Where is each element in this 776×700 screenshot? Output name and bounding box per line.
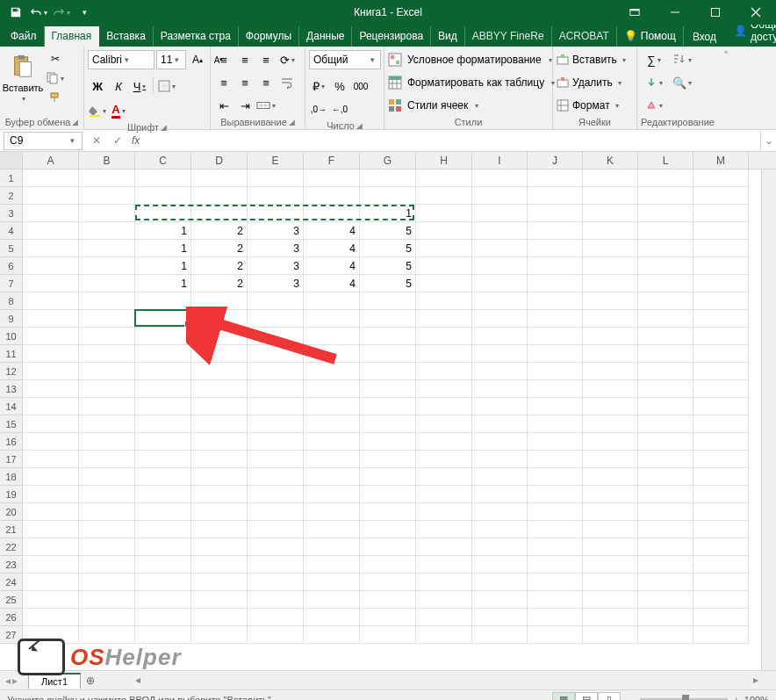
cell[interactable]	[528, 415, 583, 433]
col-header-F[interactable]: F	[304, 152, 360, 169]
cell[interactable]	[638, 222, 693, 240]
row-header[interactable]: 9	[0, 310, 23, 328]
cell[interactable]	[23, 275, 79, 292]
cell[interactable]	[248, 398, 304, 415]
ribbon-options-icon[interactable]	[614, 0, 655, 25]
cell[interactable]	[360, 363, 416, 380]
cell[interactable]	[304, 503, 360, 521]
find-icon[interactable]: 🔍▾	[669, 73, 695, 92]
cell[interactable]	[693, 187, 749, 205]
row-header[interactable]: 20	[0, 503, 23, 521]
cell[interactable]	[528, 609, 583, 626]
page-break-view-icon[interactable]: ▯	[598, 692, 621, 701]
cell[interactable]	[416, 451, 472, 468]
cell[interactable]	[304, 486, 360, 503]
row-header[interactable]: 3	[0, 205, 23, 222]
col-header-G[interactable]: G	[360, 152, 416, 169]
cell[interactable]	[583, 292, 638, 310]
cell[interactable]	[135, 345, 191, 363]
cell[interactable]	[248, 433, 304, 451]
cell[interactable]	[135, 398, 191, 415]
cell[interactable]	[583, 363, 638, 380]
cell[interactable]	[79, 292, 135, 310]
cell[interactable]	[79, 363, 135, 380]
sort-filter-icon[interactable]: ▾	[669, 50, 695, 69]
cell[interactable]	[248, 468, 304, 486]
horizontal-scrollbar[interactable]: ◂▸	[135, 673, 758, 688]
tell-me[interactable]: 💡Помощ	[617, 26, 684, 47]
cell[interactable]	[135, 363, 191, 380]
underline-button[interactable]: Ч▾	[130, 76, 149, 96]
cell[interactable]	[528, 503, 583, 521]
cell[interactable]: 1	[135, 240, 191, 257]
tab-home[interactable]: Главная	[45, 26, 100, 47]
row-header[interactable]: 21	[0, 521, 23, 538]
cell[interactable]	[360, 345, 416, 363]
cell[interactable]	[472, 451, 528, 468]
cell[interactable]	[528, 205, 583, 222]
cell[interactable]: 3	[248, 257, 304, 275]
cell[interactable]	[638, 574, 693, 591]
align-right-icon[interactable]: ≡	[256, 73, 276, 92]
cell[interactable]	[304, 574, 360, 591]
scroll-first-icon[interactable]: ◂	[5, 675, 11, 687]
cell[interactable]	[416, 591, 472, 609]
col-header-B[interactable]: B	[79, 152, 135, 169]
cell[interactable]	[360, 626, 416, 644]
row-header[interactable]: 24	[0, 574, 23, 591]
cell[interactable]	[248, 591, 304, 609]
fill-icon[interactable]: ▾	[641, 73, 667, 92]
cell[interactable]	[248, 609, 304, 626]
cell[interactable]	[304, 345, 360, 363]
tab-layout[interactable]: Разметка стра	[154, 26, 239, 47]
cell[interactable]	[416, 433, 472, 451]
row-header[interactable]: 8	[0, 292, 23, 310]
decrease-indent-icon[interactable]: ⇤	[214, 96, 234, 115]
cell[interactable]	[638, 468, 693, 486]
cell[interactable]	[360, 398, 416, 415]
cell[interactable]	[583, 257, 638, 275]
cell[interactable]	[583, 345, 638, 363]
align-center-icon[interactable]: ≡	[235, 73, 255, 92]
cell[interactable]	[638, 486, 693, 503]
cell[interactable]	[248, 556, 304, 574]
row-header[interactable]: 12	[0, 363, 23, 380]
cell[interactable]	[472, 609, 528, 626]
cell[interactable]	[191, 170, 248, 187]
comma-icon[interactable]: 000	[351, 76, 370, 96]
cell[interactable]	[304, 380, 360, 398]
cell[interactable]	[472, 205, 528, 222]
cell[interactable]	[79, 205, 135, 222]
cell[interactable]	[304, 398, 360, 415]
cell[interactable]	[693, 468, 749, 486]
cell[interactable]	[583, 591, 638, 609]
cell[interactable]	[360, 292, 416, 310]
format-painter-icon[interactable]	[46, 89, 65, 106]
cell[interactable]	[23, 574, 79, 591]
cell[interactable]	[23, 486, 79, 503]
cell[interactable]	[360, 503, 416, 521]
align-top-icon[interactable]: ≡	[214, 50, 234, 69]
add-sheet-icon[interactable]: ⊕	[81, 675, 100, 687]
cell[interactable]	[472, 222, 528, 240]
save-icon[interactable]	[5, 3, 26, 22]
cell[interactable]	[23, 187, 79, 205]
cell[interactable]	[23, 433, 79, 451]
cell[interactable]	[191, 398, 248, 415]
cell[interactable]	[638, 521, 693, 538]
cell[interactable]	[23, 240, 79, 257]
cell[interactable]: 4	[304, 257, 360, 275]
cell[interactable]	[583, 433, 638, 451]
cell[interactable]	[248, 574, 304, 591]
bold-button[interactable]: Ж	[88, 76, 107, 96]
cell[interactable]	[360, 591, 416, 609]
cell[interactable]	[360, 574, 416, 591]
cell[interactable]	[528, 626, 583, 644]
row-header[interactable]: 1	[0, 170, 23, 187]
font-name-combo[interactable]: Calibri▾	[88, 50, 154, 69]
tab-file[interactable]: Файл	[4, 26, 45, 47]
cell[interactable]	[693, 503, 749, 521]
row-header[interactable]: 6	[0, 257, 23, 275]
percent-icon[interactable]: %	[330, 76, 349, 96]
cell[interactable]	[191, 328, 248, 345]
